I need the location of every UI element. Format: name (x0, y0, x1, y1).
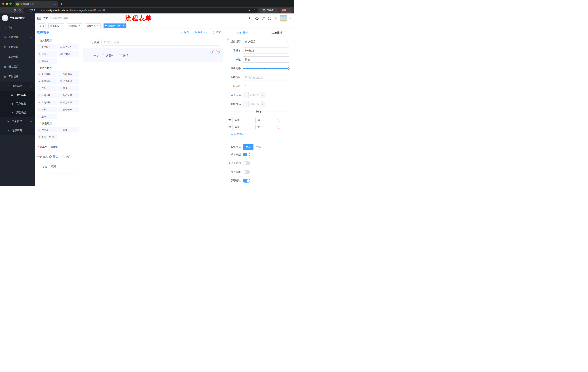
window-close-button[interactable] (2, 2, 4, 5)
slider-handle[interactable] (287, 67, 290, 70)
address-bar[interactable]: ⚠ 不安全 | dashboard.yudao.iocoder.cn/bpm/m… (23, 8, 258, 13)
component-item[interactable]: ◑ 颜色选择 (58, 107, 79, 112)
sidebar-item-workflow[interactable]: ▣ 工作流程 (0, 72, 35, 82)
option-value-input[interactable] (255, 117, 275, 123)
field-name-input[interactable] (243, 47, 289, 54)
style-button-button[interactable]: 按钮 (253, 144, 264, 150)
component-item[interactable]: ▭ 单行文本 (37, 44, 57, 50)
component-item[interactable]: ◐ 开关 (37, 85, 57, 91)
tag-process-definition[interactable]: 流程定义 × (48, 23, 64, 28)
component-item[interactable]: ▢ 行容器 (37, 127, 57, 132)
canvas-field-phone[interactable]: 手机号 (83, 37, 223, 47)
default-value-input[interactable] (243, 83, 289, 89)
label-width-input[interactable] (243, 74, 289, 80)
new-tab-button[interactable]: + (59, 2, 64, 7)
option-label-input[interactable] (232, 117, 254, 123)
form-remark-textarea[interactable]: 嘿嘿 (49, 164, 76, 173)
github-icon[interactable] (255, 16, 259, 20)
link-icon[interactable] (226, 38, 229, 41)
avatar-caret-icon[interactable]: ▾ (290, 17, 291, 20)
component-item[interactable]: 123 计数器 (58, 51, 79, 57)
help-icon[interactable]: ? (262, 17, 265, 20)
remove-option-button[interactable] (277, 119, 280, 122)
tag-close-icon[interactable]: × (96, 24, 99, 27)
tag-process-model[interactable]: 流程模型 × (67, 23, 82, 28)
search-icon[interactable] (249, 16, 252, 20)
home-icon[interactable] (17, 8, 22, 13)
copy-field-button[interactable] (210, 50, 214, 54)
tag-process-form-edit[interactable]: 流程表单-编辑 × (104, 23, 126, 28)
breadcrumb-home[interactable]: 首页 (43, 17, 48, 20)
increase-button[interactable]: + (260, 92, 265, 98)
component-item[interactable]: ☆ 评分 (37, 107, 57, 112)
component-item[interactable]: ▤ 日期范围 (58, 100, 79, 105)
reload-icon[interactable] (12, 8, 17, 13)
decrease-button[interactable]: − (243, 101, 249, 107)
bookmark-star-icon[interactable]: ☆ (252, 8, 257, 12)
sidebar-item-process-form[interactable]: ▤ 流程表单 (0, 91, 35, 99)
min-select-value[interactable]: 至少应选 (249, 92, 260, 98)
sidebar-item-devtools[interactable]: ⚒ 研发工具 (0, 62, 35, 72)
style-default-button[interactable]: 默认 (243, 144, 253, 150)
drag-handle-icon[interactable] (228, 126, 231, 128)
show-label-switch[interactable] (243, 153, 250, 156)
tab-form-props[interactable]: 表单属性 (260, 28, 294, 37)
sidebar-item-infra[interactable]: ☷ 基础设施 (0, 52, 35, 62)
fullscreen-icon[interactable] (268, 16, 272, 20)
component-item[interactable]: ◉ 单选框组 (37, 78, 57, 84)
form-name-input[interactable] (49, 144, 76, 150)
disabled-switch[interactable] (243, 170, 250, 174)
component-item[interactable]: ⌥ 级联选择 (58, 71, 79, 77)
gender-checkbox[interactable]: 选项一 (102, 54, 113, 57)
sidebar-item-task-mgmt[interactable]: ⚑ 任务管理 (0, 117, 35, 126)
increase-button[interactable]: + (260, 101, 265, 107)
option-value-input[interactable] (255, 124, 275, 130)
form-grid-slider[interactable] (243, 65, 289, 72)
slider-track[interactable] (243, 68, 289, 69)
sidebar-item-user-group[interactable]: ☻ 用户分组 (0, 99, 35, 108)
sidebar-item-process-model[interactable]: ➤ 流程模型 (0, 108, 35, 117)
password-key-icon[interactable] (247, 8, 251, 12)
option-label-input[interactable] (232, 124, 254, 130)
max-select-value[interactable]: 最多可选 (249, 101, 260, 107)
component-item[interactable]: ◎ 下拉选择 (37, 71, 57, 77)
sidebar-fold-icon[interactable] (37, 17, 41, 20)
remove-option-button[interactable] (277, 126, 280, 129)
component-item[interactable]: ◷ 时间选择 (37, 93, 57, 98)
browser-update-button[interactable]: 更新 ⋮ (280, 8, 292, 13)
gender-checkbox[interactable]: 选项二 (119, 54, 131, 57)
required-switch[interactable] (243, 179, 250, 182)
browser-tab[interactable]: 芋道管理系统 × (15, 1, 58, 7)
component-item[interactable]: ▦ 日期选择 (37, 100, 57, 105)
delete-field-button[interactable] (216, 50, 220, 54)
save-button[interactable]: ✓ 保存 (181, 31, 189, 34)
app-logo[interactable]: 芋道管理系统 (0, 13, 35, 22)
tag-home[interactable]: 首页 (38, 23, 45, 28)
user-avatar[interactable] (280, 15, 287, 21)
sidebar-item-leave-query[interactable]: ♟ 请假查询 (0, 126, 35, 135)
tag-close-icon[interactable]: × (78, 24, 81, 27)
border-switch[interactable] (243, 161, 250, 165)
window-zoom-button[interactable] (10, 2, 12, 5)
status-on-radio[interactable]: 开启 (49, 155, 58, 158)
back-icon[interactable]: ← (2, 8, 7, 13)
decrease-button[interactable]: − (243, 92, 249, 98)
status-off-radio[interactable]: 关闭 (63, 155, 71, 158)
sidebar-item-home[interactable]: ◔ 首页 (0, 22, 35, 32)
component-item[interactable]: ▱ 按钮 (58, 127, 79, 132)
component-item[interactable]: ☑ 多选框组 (58, 78, 79, 84)
clear-button[interactable]: 清空 (212, 31, 221, 34)
component-item[interactable]: ☁ 上传 (37, 114, 57, 119)
sidebar-item-process-mgmt[interactable]: ☰ 流程管理 (0, 82, 35, 91)
tag-close-icon[interactable]: × (60, 24, 62, 27)
title-input[interactable] (243, 56, 289, 63)
drag-handle-icon[interactable] (228, 119, 231, 122)
component-item[interactable]: ☰ 多行文本 (58, 44, 79, 50)
tab-close-icon[interactable]: × (53, 3, 56, 6)
component-item[interactable]: ✱ 密码 (37, 51, 57, 57)
browser-menu-dots-icon[interactable]: ⋮ (288, 9, 290, 12)
font-size-icon[interactable]: TT (274, 17, 277, 20)
canvas-field-gender-selected[interactable]: 性别 选项一 (83, 48, 223, 62)
window-minimize-button[interactable] (6, 2, 8, 5)
component-item[interactable]: ▥ 表格[开发中] (37, 134, 57, 139)
